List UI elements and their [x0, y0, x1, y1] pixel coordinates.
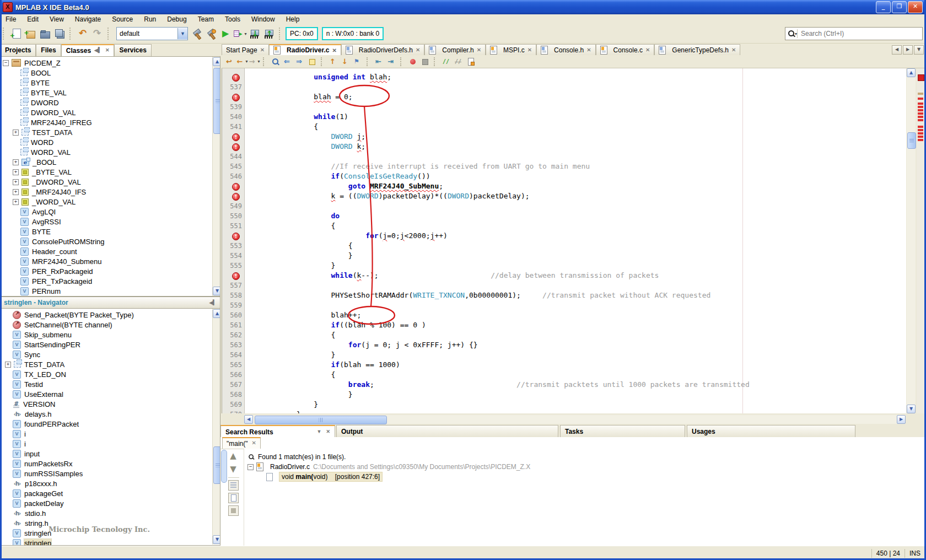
back-button[interactable]: ▾ — [236, 56, 248, 67]
close-icon[interactable]: ✕ — [477, 47, 481, 53]
navigator-item[interactable]: numRSSISamples — [1, 469, 212, 478]
error-stripe-mark[interactable] — [918, 129, 923, 131]
tree-item[interactable]: +_BOOL — [1, 157, 212, 167]
scroll-tabs-right-icon[interactable]: ▶ — [903, 45, 913, 55]
tree-item[interactable]: BYTE — [1, 227, 212, 236]
minimize-button[interactable]: _ — [876, 1, 891, 13]
close-icon[interactable]: ✕ — [326, 428, 330, 437]
splitter-thumb[interactable] — [221, 450, 227, 483]
close-icon[interactable]: ✕ — [527, 47, 532, 53]
navigator-item[interactable]: StartSendingPER — [1, 340, 212, 349]
scrollbar-thumb[interactable] — [907, 132, 916, 149]
navigator-item[interactable]: string.h — [1, 518, 212, 528]
tab-output[interactable]: Output — [336, 425, 558, 437]
tree-item[interactable]: WORD — [1, 137, 212, 147]
shift-left-button[interactable] — [373, 56, 385, 67]
build-button[interactable] — [190, 26, 204, 41]
macro-page-button[interactable] — [465, 56, 477, 67]
open-in-new-tab-button[interactable] — [228, 493, 239, 503]
editor-tab-generictypedefs-h[interactable]: GenericTypeDefs.h✕ — [654, 44, 740, 55]
editor-tab-radiodriverdefs-h[interactable]: RadioDriverDefs.h✕ — [341, 44, 424, 55]
bookmark-button[interactable] — [352, 56, 364, 67]
save-all-button[interactable] — [52, 26, 67, 41]
menu-window[interactable]: Window — [246, 15, 281, 24]
open-project-button[interactable] — [38, 26, 52, 41]
tab-classes[interactable]: Classes◀▍✕ — [61, 44, 115, 56]
navigator-item[interactable]: foundPERPacket — [1, 419, 212, 429]
filter-icon[interactable]: ▼ — [317, 428, 322, 437]
error-icon[interactable]: ! — [232, 193, 240, 201]
scroll-down-icon[interactable]: ▼ — [907, 405, 916, 413]
tree-item[interactable]: +TEST_DATA — [1, 127, 212, 137]
scrollbar-thumb[interactable] — [213, 68, 220, 134]
collapse-icon[interactable]: − — [3, 60, 9, 66]
tab-files[interactable]: Files — [36, 44, 61, 56]
tree-item[interactable]: PER_RxPackageid — [1, 266, 212, 276]
chevron-down-icon[interactable]: ▾ — [244, 31, 246, 36]
navigator-item[interactable]: p18cxxx.h — [1, 478, 212, 488]
search-input[interactable] — [799, 29, 922, 38]
navigator-item[interactable]: Testid — [1, 379, 212, 389]
menu-tools[interactable]: Tools — [219, 15, 246, 24]
tab-list-dropdown-icon[interactable]: ▼ — [914, 45, 924, 55]
navigator-scrollbar[interactable]: ▲ ▼ — [212, 309, 220, 545]
previous-match-button[interactable]: ▲ — [227, 450, 239, 462]
tree-item[interactable]: AvgRSSI — [1, 217, 212, 227]
error-icon[interactable]: ! — [232, 133, 240, 141]
navigator-item[interactable]: packetDelay — [1, 498, 212, 508]
navigator-item[interactable]: numPacketsRx — [1, 459, 212, 469]
navigator-item[interactable]: stringlen — [1, 538, 212, 546]
search-file-row[interactable]: − RadioDriver.c C:\Documents and Setting… — [247, 462, 530, 472]
configuration-combobox[interactable]: default ▼ — [116, 27, 188, 40]
shift-right-button[interactable] — [385, 56, 397, 67]
close-icon[interactable]: ✕ — [645, 47, 650, 53]
editor-tab-console-h[interactable]: Console.h✕ — [536, 44, 595, 55]
last-edit-button[interactable] — [224, 56, 236, 67]
navigator-item[interactable]: delays.h — [1, 409, 212, 419]
search-match-row[interactable]: void main(void) [position 427:6] — [266, 472, 382, 482]
tree-item[interactable]: BYTE_VAL — [1, 88, 212, 98]
tab-usages[interactable]: Usages — [687, 425, 855, 437]
restore-button[interactable]: ❐ — [892, 1, 907, 13]
expand-icon[interactable]: + — [13, 130, 19, 136]
navigator-item[interactable]: i — [1, 439, 212, 449]
navigator-item[interactable]: stringlen — [1, 528, 212, 538]
tree-item[interactable]: Header_count — [1, 246, 212, 256]
forward-button[interactable]: ▾ — [248, 56, 260, 67]
find-next-button[interactable] — [294, 56, 306, 67]
navigator-item[interactable]: TX_LED_ON — [1, 369, 212, 379]
navigator-item[interactable]: SetChannel(BYTE channel) — [1, 320, 212, 330]
chevron-down-icon[interactable]: ▼ — [177, 28, 187, 39]
tree-item[interactable]: AvgLQI — [1, 207, 212, 217]
scroll-down-icon[interactable]: ▼ — [213, 287, 220, 295]
navigator-item[interactable]: i — [1, 429, 212, 439]
close-icon[interactable]: ✕ — [586, 47, 591, 53]
classes-scrollbar[interactable]: ▲ ▼ — [212, 57, 220, 296]
editor-tab-compiler-h[interactable]: Compiler.h✕ — [424, 44, 486, 55]
editor-tab-console-c[interactable]: Console.c✕ — [596, 44, 655, 55]
tab-projects[interactable]: Projects — [0, 44, 36, 56]
scrollbar-thumb[interactable] — [213, 446, 220, 484]
bookmark-next-button[interactable] — [340, 56, 352, 67]
match-text[interactable]: void main(void) [position 427:6] — [279, 472, 382, 481]
tree-item[interactable]: +_MRF24J40_IFS — [1, 187, 212, 197]
error-icon[interactable]: ! — [232, 74, 240, 82]
stop-button[interactable] — [419, 56, 431, 67]
tree-item[interactable]: MRF24J40_Submenu — [1, 256, 212, 266]
new-project-button[interactable] — [24, 26, 38, 41]
highlight-button[interactable] — [306, 56, 318, 67]
uncomment-button[interactable] — [453, 56, 465, 67]
menu-navigate[interactable]: Navigate — [69, 15, 106, 24]
scroll-up-icon[interactable]: ▲ — [213, 309, 220, 318]
minimize-panel-icon[interactable]: ◀▍ — [209, 299, 217, 306]
editor-vertical-scrollbar[interactable]: ▲ ▼ — [907, 68, 916, 413]
comment-button[interactable] — [440, 56, 453, 67]
scroll-left-icon[interactable]: ◀ — [244, 415, 253, 424]
close-icon[interactable]: ✕ — [731, 47, 736, 53]
navigator-item[interactable]: Skip_submenu — [1, 330, 212, 340]
scroll-tabs-left-icon[interactable]: ◀ — [892, 45, 902, 55]
navigator-item[interactable]: UseExternal — [1, 389, 212, 399]
navigator-item[interactable]: VERSION — [1, 399, 212, 409]
record-button[interactable] — [407, 56, 419, 67]
scroll-up-icon[interactable]: ▲ — [907, 68, 916, 77]
